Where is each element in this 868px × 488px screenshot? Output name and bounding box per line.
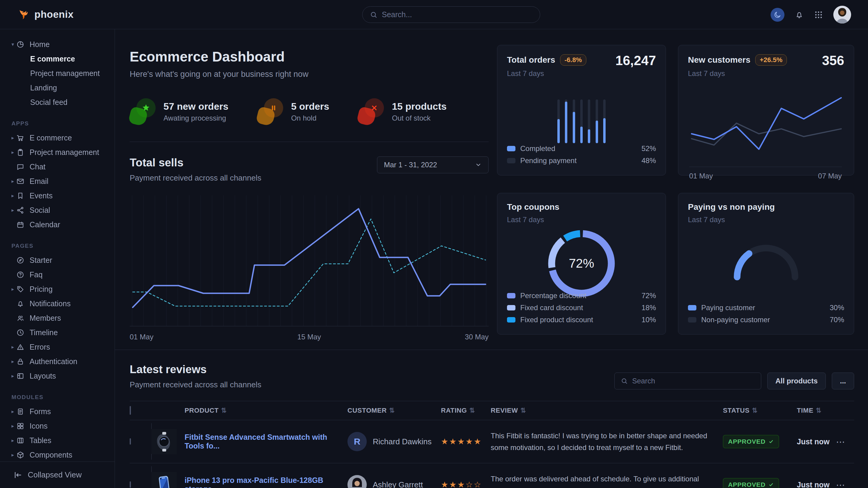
sidebar-item-email[interactable]: ▸Email xyxy=(0,174,115,188)
search-input[interactable] xyxy=(382,10,533,19)
notifications-bell-icon[interactable] xyxy=(795,10,804,19)
sidebar-item-members[interactable]: Members xyxy=(0,311,115,325)
sidebar-item-forms[interactable]: ▸Forms xyxy=(0,404,115,419)
cube-icon xyxy=(16,451,30,459)
section-label-pages: PAGES xyxy=(11,242,115,249)
sidebar-item-label: Events xyxy=(30,191,53,200)
select-all-checkbox[interactable] xyxy=(130,406,131,415)
all-products-button[interactable]: All products xyxy=(767,372,826,389)
row-checkbox[interactable] xyxy=(130,438,131,445)
product-link[interactable]: Fitbit Sense Advanced Smartwatch with To… xyxy=(185,433,327,450)
bookmark-icon xyxy=(16,192,30,200)
bell-icon xyxy=(16,300,30,308)
bar-column xyxy=(588,99,590,143)
stat-text: 57 new ordersAwating processing xyxy=(163,101,228,122)
sidebar-item-layouts[interactable]: ▸Layouts xyxy=(0,369,115,383)
row-more-button[interactable]: ⋯ xyxy=(836,437,846,447)
users-icon xyxy=(16,314,30,322)
bar-fill xyxy=(596,121,598,143)
sidebar-item-pricing[interactable]: ▸Pricing xyxy=(0,282,115,296)
theme-toggle-moon-icon[interactable] xyxy=(771,8,784,22)
brand-logo[interactable]: phoenix xyxy=(17,8,73,21)
sidebar-item-social-feed[interactable]: Social feed xyxy=(0,95,115,109)
apps-grid-icon[interactable] xyxy=(814,10,823,19)
column-header-customer[interactable]: CUSTOMER⇅ xyxy=(347,406,441,415)
sidebar-item-label: Timeline xyxy=(30,328,58,337)
legend-item: Paying customer30% xyxy=(688,302,844,314)
total-sells-subtitle: Payment received across all channels xyxy=(130,173,261,183)
sidebar-item-starter[interactable]: Starter xyxy=(0,253,115,267)
product-thumbnail[interactable] xyxy=(151,423,185,460)
reviews-search[interactable] xyxy=(614,372,761,389)
column-header-rating[interactable]: RATING⇅ xyxy=(441,406,491,415)
sort-icon: ⇅ xyxy=(221,406,227,415)
phoenix-flame-icon xyxy=(17,8,30,21)
sort-icon: ⇅ xyxy=(816,406,822,415)
stat-text: 5 ordersOn hold xyxy=(291,101,329,122)
sidebar-item-faq[interactable]: Faq xyxy=(0,267,115,282)
sidebar-item-calendar[interactable]: Calendar xyxy=(0,217,115,232)
sidebar-item-icons[interactable]: ▸Icons xyxy=(0,419,115,433)
sort-icon: ⇅ xyxy=(752,406,757,415)
stat-on-hold: 5 ordersOn hold xyxy=(257,98,329,125)
product-thumbnail[interactable] xyxy=(151,466,185,488)
legend-value: 72% xyxy=(642,291,656,300)
sidebar-item-project-management[interactable]: ▸Project management xyxy=(0,145,115,159)
lock-icon xyxy=(16,357,30,366)
warning-triangle-icon xyxy=(16,343,30,351)
customer-name: Ashley Garrett xyxy=(373,480,423,488)
legend-swatch xyxy=(507,293,516,298)
customer-avatar[interactable] xyxy=(347,475,367,488)
legend-value: 52% xyxy=(642,144,656,153)
sidebar-item-project-management[interactable]: Project management xyxy=(0,66,115,80)
sidebar-item-tables[interactable]: ▸Tables xyxy=(0,433,115,448)
bar-column xyxy=(580,99,583,143)
sidebar-item-social[interactable]: ▸Social xyxy=(0,203,115,217)
sidebar-item-label: Layouts xyxy=(30,372,56,380)
caret-right-icon: ▸ xyxy=(11,286,16,292)
sidebar-item-e-commerce[interactable]: E commerce xyxy=(0,52,115,66)
stat-out-of-stock: 15 productsOut of stock xyxy=(358,98,446,125)
sidebar-item-components[interactable]: ▸Components xyxy=(0,448,115,462)
global-search[interactable] xyxy=(362,6,540,23)
sidebar-item-authentication[interactable]: ▸Authentication xyxy=(0,354,115,369)
sidebar-item-e-commerce[interactable]: ▸E commerce xyxy=(0,131,115,145)
reviews-search-input[interactable] xyxy=(632,377,755,385)
sidebar-item-label: Tables xyxy=(30,436,51,445)
row-more-button[interactable]: ⋯ xyxy=(836,480,846,488)
share-nodes-icon xyxy=(16,206,30,214)
table-more-button[interactable]: ... xyxy=(832,372,854,389)
review-time: Just now xyxy=(797,481,836,488)
sidebar-item-timeline[interactable]: Timeline xyxy=(0,325,115,340)
product-link[interactable]: iPhone 13 pro max-Pacific Blue-128GB sto… xyxy=(185,476,323,488)
date-range-select[interactable]: Mar 1 - 31, 2022 xyxy=(377,157,489,173)
column-header-review[interactable]: REVIEW⇅ xyxy=(491,406,723,415)
column-header-time[interactable]: TIME⇅ xyxy=(797,406,836,415)
customer-avatar[interactable]: R xyxy=(347,432,367,451)
clipboard-icon xyxy=(16,148,30,157)
collapsed-view-toggle[interactable]: Collapsed View xyxy=(0,461,115,488)
legend-label: Completed xyxy=(520,144,555,153)
sidebar-item-events[interactable]: ▸Events xyxy=(0,188,115,203)
table-columns-icon xyxy=(16,436,30,445)
legend-swatch xyxy=(507,146,516,151)
sidebar-item-errors[interactable]: ▸Errors xyxy=(0,340,115,354)
total-sells-title: Total sells xyxy=(130,157,261,169)
caret-right-icon: ▸ xyxy=(11,358,16,365)
row-checkbox[interactable] xyxy=(130,481,131,488)
sidebar-item-chat[interactable]: Chat xyxy=(0,159,115,174)
user-avatar[interactable] xyxy=(833,6,851,24)
caret-right-icon: ▸ xyxy=(11,373,16,379)
bar-fill xyxy=(580,127,583,143)
column-header-product[interactable]: PRODUCT⇅ xyxy=(185,406,347,415)
stat-icon-art xyxy=(358,98,384,125)
sidebar-item-label: Notifications xyxy=(30,299,70,308)
column-header-status[interactable]: STATUS⇅ xyxy=(723,406,797,415)
sidebar-item-landing[interactable]: Landing xyxy=(0,80,115,95)
bar-fill xyxy=(557,119,560,143)
top-coupons-donut-chart: 72% xyxy=(547,229,616,298)
sidebar-item-home[interactable]: ▾ Home xyxy=(0,37,115,52)
card-total-orders: Total orders -6.8% Last 7 days 16,247 Co… xyxy=(497,45,666,175)
sidebar-item-notifications[interactable]: Notifications xyxy=(0,296,115,311)
rating-stars: ★★★☆☆ xyxy=(441,480,482,488)
